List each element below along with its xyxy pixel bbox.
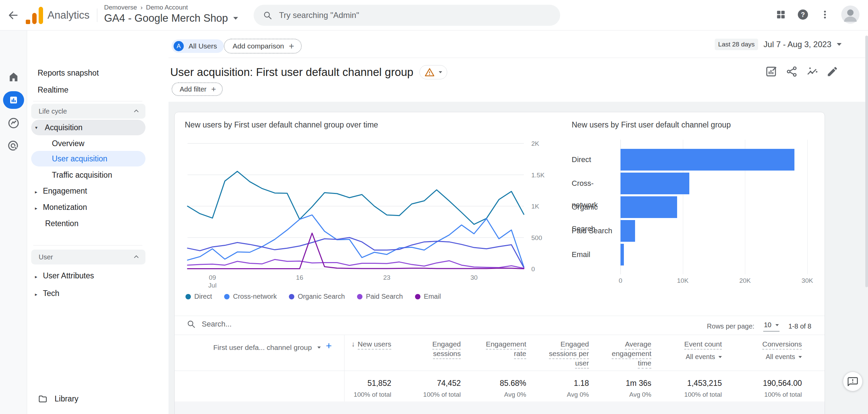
bar-category-label: Cross-network [572,173,618,194]
chart-legend: DirectCross-networkOrganic SearchPaid Se… [185,293,441,300]
warning-icon [425,67,435,77]
page-title: User acquisition: First user default cha… [170,66,413,79]
breadcrumb-separator-icon: › [140,4,142,11]
chevron-down-icon [798,356,802,358]
column-header[interactable]: Event countAll events [684,340,722,361]
nav-reports-snapshot[interactable]: Reports snapshot [38,68,99,78]
advertising-icon[interactable] [7,139,20,153]
nav-engagement[interactable]: ▸ Engagement [35,186,87,196]
line-chart: 05001K1.5K2K09Jul162330 [185,133,554,289]
svg-text:?: ? [801,11,805,18]
add-dimension-icon[interactable]: + [326,340,332,352]
totals-value: 1.18 [574,379,589,388]
totals-subtext: Avg 0% [629,391,651,398]
explore-icon[interactable] [7,116,20,130]
analytics-logo-icon[interactable] [26,7,43,24]
nav-section-life-cycle[interactable]: Life cycle [31,104,145,119]
breadcrumb-account: Demo Account [146,4,188,11]
totals-value: 74,452 [437,379,461,388]
segment-chip-all-users[interactable]: A All Users [172,39,224,53]
legend-item[interactable]: Cross-network [224,293,277,300]
back-icon[interactable] [5,7,21,23]
rows-per-page-label: Rows per page: [707,322,754,330]
legend-item[interactable]: Email [415,293,441,300]
svg-text:09: 09 [209,274,216,281]
nav-retention[interactable]: Retention [45,219,78,228]
column-header[interactable]: Engagedsessions [432,340,461,359]
svg-text:Jul: Jul [208,282,216,289]
column-header[interactable]: ConversionsAll events [762,340,802,361]
home-icon[interactable] [7,70,20,84]
column-header[interactable]: Averageengagementtime [612,340,651,369]
search-placeholder: Search... [202,320,232,329]
nav-library[interactable]: Library [38,394,78,403]
help-icon[interactable]: ? [797,8,809,22]
property-switcher[interactable]: GA4 - Google Merch Shop [104,12,238,24]
chevron-down-icon [718,356,722,358]
totals-value: 85.68% [500,379,526,388]
expanded-arrow-icon: ▾ [31,125,41,130]
insights-icon[interactable] [806,65,818,78]
breadcrumb-account-group: Demoverse [104,4,137,11]
edit-icon[interactable] [826,65,839,78]
rows-per-page-select[interactable]: 10 [763,321,780,332]
totals-value: 190,564.00 [763,379,802,388]
nav-monetization[interactable]: ▸ Monetization [35,203,87,212]
svg-text:0: 0 [531,265,535,273]
reports-icon[interactable] [3,91,24,109]
dimension-column-header[interactable]: First user defa... channel group [213,343,321,352]
metric-filter-dropdown[interactable]: All events [686,353,722,361]
column-header[interactable]: Engagedsessions peruser [549,340,589,369]
chevron-up-icon [133,107,140,115]
nav-user-attributes[interactable]: ▸ User Attributes [35,271,94,280]
legend-item[interactable]: Organic Search [289,293,345,300]
bar-chart-title: New users by First user default channel … [572,120,731,130]
kebab-menu-icon[interactable] [820,9,830,21]
table-row[interactable]: 1Direct27,91742,42680.84%1.191m 52s909,1… [175,401,825,414]
date-range-picker[interactable]: Last 28 days Jul 7 - Aug 3, 2023 [715,39,842,50]
nav-acquisition[interactable]: ▾ Acquisition [31,120,145,135]
totals-subtext: 100% of total [684,391,722,398]
chevron-down-icon [233,17,238,20]
avatar[interactable] [841,5,860,25]
date-range-value: Jul 7 - Aug 3, 2023 [764,40,831,49]
feedback-icon [848,376,858,387]
nav-tech[interactable]: ▸ Tech [35,289,59,298]
line-chart-title: New users by First user default channel … [185,120,378,130]
customize-report-icon[interactable] [765,65,778,78]
legend-dot-icon [357,294,362,299]
divider [175,316,825,316]
add-comparison-button[interactable]: Add comparison + [224,39,302,54]
metric-filter-dropdown[interactable]: All events [766,353,802,361]
nav-realtime[interactable]: Realtime [38,85,68,95]
plus-icon: + [211,85,216,93]
sort-desc-icon: ↓ [351,340,355,348]
legend-item[interactable]: Paid Search [357,293,403,300]
scrollbar-thumb[interactable] [865,36,868,287]
add-filter-button[interactable]: Add filter + [172,82,223,96]
nav-section-user[interactable]: User [31,250,145,264]
product-name: Analytics [47,0,90,31]
svg-text:16: 16 [296,274,303,281]
column-header[interactable]: ↓New users [351,340,391,350]
column-header[interactable]: Engagementrate [486,340,526,359]
svg-text:500: 500 [531,234,542,241]
data-quality-dropdown[interactable] [419,65,447,79]
legend-dot-icon [185,294,191,299]
bar-category-label: Direct [572,149,618,171]
bar-chart: DirectCross-networkOrganic SearchPaid Se… [572,139,823,287]
nav-overview[interactable]: Overview [52,139,84,148]
table-search-input[interactable]: Search... [187,320,232,329]
totals-subtext: Avg 0% [567,391,589,398]
nav-user-acquisition[interactable]: User acquisition [31,151,145,166]
legend-item[interactable]: Direct [185,293,212,300]
pagination-status: 1-8 of 8 [788,322,811,330]
global-search-input[interactable]: Try searching "Admin" [254,5,560,26]
feedback-button[interactable] [843,372,863,391]
report-nav: Reports snapshot Realtime Life cycle ▾ A… [27,31,169,414]
share-icon[interactable] [785,65,798,78]
chevron-down-icon [775,324,779,326]
gridline [807,140,808,274]
org-grid-icon[interactable] [776,9,786,21]
nav-traffic-acquisition[interactable]: Traffic acquisition [52,171,112,180]
